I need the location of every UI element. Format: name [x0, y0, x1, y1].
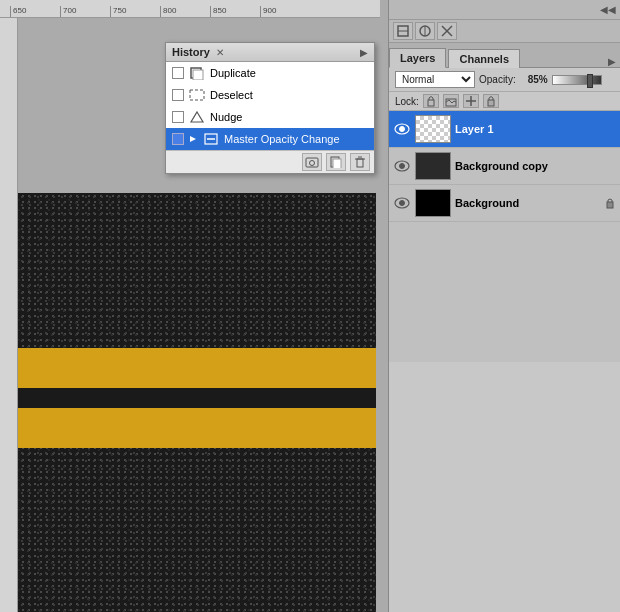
opacity-slider[interactable] [552, 75, 602, 85]
ruler-mark: 650 [10, 6, 60, 17]
layer-visibility-toggle-layer1[interactable] [393, 120, 411, 138]
layers-panel-filler [389, 362, 620, 613]
history-new-document-button[interactable] [326, 153, 346, 171]
lock-all-button[interactable] [483, 94, 499, 108]
blend-mode-select[interactable]: Normal Multiply Screen Overlay [395, 71, 475, 88]
history-panel: History ✕ ▶ Duplicate Deselect [165, 42, 375, 174]
opacity-thumb [587, 74, 593, 88]
road-line-gap [18, 388, 376, 408]
layer-row-background-copy[interactable]: Background copy [389, 148, 620, 185]
history-item-label: Deselect [210, 89, 368, 101]
svg-rect-10 [333, 159, 341, 168]
history-list: Duplicate Deselect Nudge [166, 62, 374, 150]
lock-transparency-button[interactable] [423, 94, 439, 108]
history-action-icon [202, 131, 220, 147]
svg-point-28 [400, 164, 405, 169]
ruler-mark: 900 [260, 6, 310, 17]
svg-rect-11 [357, 159, 363, 167]
panel-expand-button[interactable]: ▶ [608, 56, 620, 67]
history-close-button[interactable]: ✕ [216, 47, 224, 58]
layer-options-row: Normal Multiply Screen Overlay Opacity: … [389, 68, 620, 92]
history-item-master-opacity[interactable]: Master Opacity Change [166, 128, 374, 150]
opacity-label: Opacity: [479, 74, 516, 85]
svg-point-30 [400, 201, 405, 206]
history-checkbox[interactable] [172, 67, 184, 79]
layer-thumbnail-bg-copy [415, 152, 451, 180]
history-checkbox[interactable] [172, 111, 184, 123]
road-line-yellow-bottom [18, 408, 376, 448]
history-action-icon [188, 65, 206, 81]
road-asphalt [18, 193, 376, 612]
history-titlebar: History ✕ ▶ [166, 43, 374, 62]
history-play-icon [188, 134, 198, 144]
road-image [18, 193, 376, 612]
svg-rect-20 [428, 100, 434, 106]
right-panel-toolbar: ◀◀ [389, 0, 620, 20]
history-title: History [172, 46, 210, 58]
history-item-label: Master Opacity Change [224, 133, 368, 145]
layer-row-layer1[interactable]: Layer 1 [389, 111, 620, 148]
layer-thumbnail-background [415, 189, 451, 217]
svg-point-8 [310, 161, 315, 166]
layer-visibility-toggle-bg[interactable] [393, 194, 411, 212]
svg-rect-2 [190, 90, 204, 100]
panel-tool-button-2[interactable] [415, 22, 435, 40]
layers-channels-tabs: Layers Channels ▶ [389, 43, 620, 68]
history-item-duplicate[interactable]: Duplicate [166, 62, 374, 84]
panel-tool-button-3[interactable] [437, 22, 457, 40]
panel-icons-row [389, 20, 620, 43]
layer-name-bg-copy: Background copy [455, 160, 616, 172]
layer-name-layer1: Layer 1 [455, 123, 616, 135]
svg-rect-24 [488, 100, 494, 106]
history-checkbox[interactable] [172, 133, 184, 145]
road-line-yellow-top [18, 348, 376, 388]
history-item-label: Nudge [210, 111, 368, 123]
svg-rect-31 [607, 202, 613, 208]
lock-position-button[interactable] [463, 94, 479, 108]
ruler-top: 650 700 750 800 850 900 [0, 0, 380, 18]
history-new-snapshot-button[interactable] [302, 153, 322, 171]
panel-tool-button-1[interactable] [393, 22, 413, 40]
history-action-icon [188, 87, 206, 103]
opacity-value: 85% [520, 74, 548, 85]
layer-row-background[interactable]: Background [389, 185, 620, 222]
ruler-left [0, 18, 18, 612]
layers-list: Layer 1 Background copy [389, 111, 620, 362]
history-item-deselect[interactable]: Deselect [166, 84, 374, 106]
ruler-mark: 750 [110, 6, 160, 17]
svg-marker-3 [191, 112, 203, 122]
lock-label: Lock: [395, 96, 419, 107]
ruler-mark: 850 [210, 6, 260, 17]
history-action-icon [188, 109, 206, 125]
panel-collapse-button[interactable]: ◀◀ [600, 4, 616, 15]
history-delete-button[interactable] [350, 153, 370, 171]
history-item-label: Duplicate [210, 67, 368, 79]
svg-marker-4 [190, 136, 196, 142]
history-checkbox[interactable] [172, 89, 184, 101]
layers-tab[interactable]: Layers [389, 48, 446, 68]
right-panel: ◀◀ [388, 0, 620, 612]
layer-name-background: Background [455, 197, 600, 209]
layer-lock-icon-background [604, 196, 616, 210]
ruler-mark: 700 [60, 6, 110, 17]
layer-visibility-toggle-bg-copy[interactable] [393, 157, 411, 175]
ruler-mark: 800 [160, 6, 210, 17]
layer-thumbnail-layer1 [415, 115, 451, 143]
lock-image-button[interactable] [443, 94, 459, 108]
history-item-nudge[interactable]: Nudge [166, 106, 374, 128]
history-toolbar [166, 150, 374, 173]
channels-tab[interactable]: Channels [448, 49, 520, 68]
svg-rect-1 [193, 70, 203, 80]
lock-row: Lock: [389, 92, 620, 111]
svg-point-26 [400, 127, 405, 132]
history-expand-button[interactable]: ▶ [360, 47, 368, 58]
